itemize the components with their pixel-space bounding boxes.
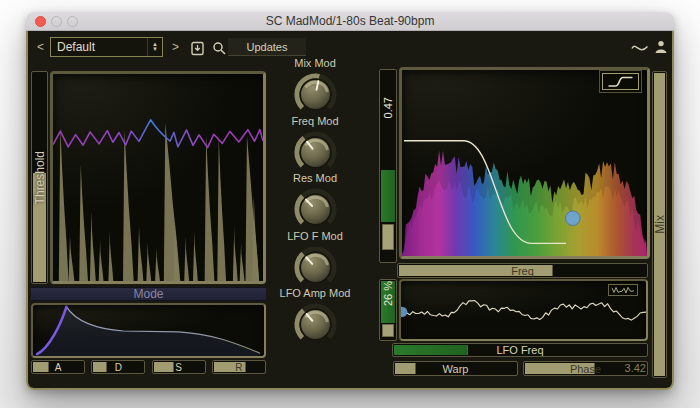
envelope-display — [31, 303, 266, 358]
freq-mod-cell: Freq Mod — [250, 115, 380, 179]
lfo-f-mod-cell: LFO F Mod — [250, 230, 380, 294]
lfo-type-button[interactable] — [608, 284, 638, 296]
lfo-depth-slider[interactable]: 26 % — [379, 279, 397, 341]
threshold-slider[interactable]: Threshold — [31, 71, 48, 284]
filter-freq-slider[interactable]: Freq — [397, 263, 648, 278]
filter-freq-fill — [399, 265, 553, 276]
preset-dropdown[interactable]: Default ▲▼ — [50, 37, 163, 57]
envelope-curve — [33, 305, 264, 356]
filter-freq-handle[interactable] — [565, 211, 580, 226]
lfo-f-mod-label: LFO F Mod — [250, 230, 380, 244]
adsr-slider-a[interactable]: A — [31, 360, 85, 374]
gate-scope-display — [50, 71, 266, 284]
warp-fill — [395, 363, 416, 374]
adsr-slider-s[interactable]: S — [152, 360, 206, 374]
freq-mod-knob[interactable] — [293, 130, 338, 175]
lfo-amp-mod-cell: LFO Amp Mod — [250, 287, 380, 351]
gate-scope-waveform — [53, 74, 263, 281]
lfo-amp-mod-label: LFO Amp Mod — [250, 287, 380, 301]
lfo-f-mod-knob[interactable] — [293, 245, 338, 290]
mix-mod-knob[interactable] — [293, 72, 338, 117]
mix-mod-cell: Mix Mod — [250, 57, 380, 121]
warp-slider[interactable]: Warp — [393, 361, 518, 376]
adsr-fill-s — [154, 362, 175, 372]
oscilloscope-icon[interactable] — [630, 39, 650, 57]
mix-mod-label: Mix Mod — [250, 57, 380, 71]
mix-slider[interactable]: Mix — [652, 71, 667, 378]
env-amount-value: 0.47 — [382, 97, 394, 118]
lfo-depth-handle[interactable] — [382, 324, 394, 337]
env-amount-fill — [381, 170, 395, 222]
mode-selector[interactable]: Mode — [31, 287, 266, 301]
mod-knob-column: Mix ModFreq ModRes ModLFO F ModLFO Amp M… — [250, 31, 380, 388]
save-preset-icon[interactable] — [188, 39, 206, 57]
lfo-phase-handle[interactable] — [401, 307, 407, 317]
adsr-slider-d[interactable]: D — [91, 360, 145, 374]
prev-preset-button[interactable]: < — [37, 40, 44, 54]
env-amount-slider[interactable]: 0.47 — [379, 69, 397, 263]
res-mod-knob[interactable] — [293, 187, 338, 232]
plugin-window: SC MadMod/1-80s Beat-90bpm < Default ▲▼ … — [26, 12, 674, 390]
threshold-fill — [33, 173, 46, 282]
filter-type-button[interactable] — [602, 73, 639, 90]
lfo-freq-fill — [394, 345, 468, 355]
window-title: SC MadMod/1-80s Beat-90bpm — [26, 14, 674, 28]
res-mod-label: Res Mod — [250, 172, 380, 186]
filter-display[interactable] — [399, 67, 650, 259]
phase-fill — [525, 363, 595, 374]
lfo-depth-fill — [381, 281, 395, 323]
adsr-fill-a — [33, 362, 49, 372]
lfo-freq-slider[interactable]: LFO Freq — [392, 343, 648, 357]
plugin-ui: < Default ▲▼ > Updates Threshold — [26, 31, 674, 390]
titlebar[interactable]: SC MadMod/1-80s Beat-90bpm — [26, 12, 674, 31]
env-amount-handle[interactable] — [382, 224, 394, 251]
lowpass-shape-icon — [603, 74, 638, 89]
mode-label: Mode — [133, 287, 163, 301]
lfo-display[interactable] — [399, 279, 648, 341]
noise-shape-icon — [609, 285, 637, 295]
user-account-icon[interactable] — [652, 38, 670, 56]
preset-name: Default — [51, 40, 147, 54]
phase-value: 3.42 — [603, 362, 646, 374]
lfo-amp-mod-knob[interactable] — [293, 302, 338, 347]
res-mod-cell: Res Mod — [250, 172, 380, 236]
adsr-fill-d — [93, 362, 107, 372]
freq-mod-label: Freq Mod — [250, 115, 380, 129]
next-preset-button[interactable]: > — [172, 40, 179, 54]
adsr-fill-r — [214, 362, 246, 372]
desktop: SC MadMod/1-80s Beat-90bpm < Default ▲▼ … — [0, 0, 700, 408]
spectrum-graph — [402, 70, 647, 256]
mix-fill — [654, 73, 665, 376]
search-icon[interactable] — [210, 39, 228, 57]
adsr-slider-row: ADSR — [31, 360, 266, 374]
preset-stepper-icon[interactable]: ▲▼ — [147, 38, 162, 56]
